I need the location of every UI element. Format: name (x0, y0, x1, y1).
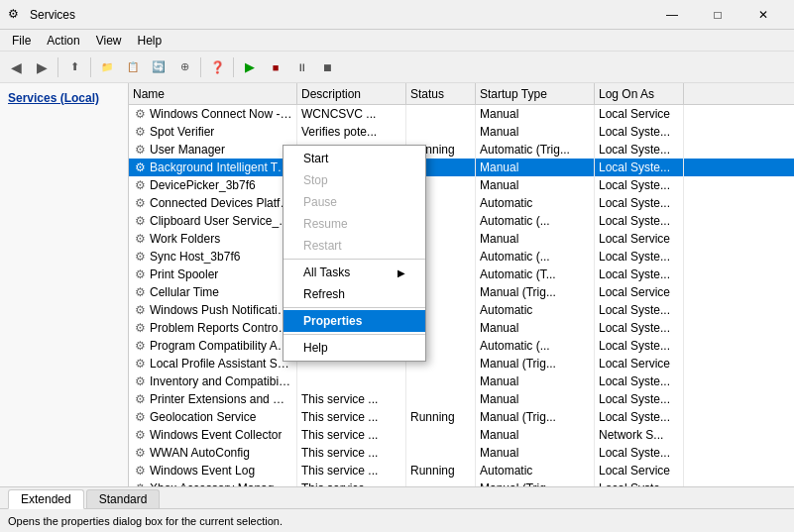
table-row[interactable]: ⚙ Sync Host_3b7f6 Automatic (... Local S… (129, 248, 794, 266)
table-row[interactable]: ⚙ DevicePicker_3b7f6 Manual Local Syste.… (129, 176, 794, 194)
table-row[interactable]: ⚙ Windows Push Notification... Automatic… (129, 301, 794, 319)
service-icon: ⚙ (133, 303, 147, 317)
service-desc: This service ... (297, 479, 406, 486)
table-row[interactable]: ⚙ Geolocation Service This service ... R… (129, 408, 794, 426)
service-name: Program Compatibility Ass... (150, 339, 292, 353)
table-row[interactable]: ⚙ Clipboard User Service_3b7... Automati… (129, 212, 794, 230)
service-startup: Automatic (... (476, 248, 595, 266)
table-row[interactable]: ⚙ Printer Extensions and Notit... This s… (129, 390, 794, 408)
table-row[interactable]: ⚙ User Manager User Manag... Running Aut… (129, 141, 794, 159)
service-startup: Automatic (... (476, 337, 595, 355)
table-row[interactable]: ⚙ Xbox Accessory Manageme... This servic… (129, 479, 794, 486)
service-logon: Local Syste... (595, 408, 684, 426)
service-name: Clipboard User Service_3b7... (150, 214, 292, 228)
tab-extended[interactable]: Extended (8, 489, 84, 509)
toolbar-sep-3 (200, 57, 201, 77)
col-startup[interactable]: Startup Type (476, 83, 595, 104)
service-icon: ⚙ (133, 107, 147, 121)
service-icon: ⚙ (133, 357, 147, 371)
show-hide-button[interactable]: 📁 (95, 55, 119, 79)
service-startup: Manual (476, 123, 595, 141)
service-startup: Manual (476, 426, 595, 444)
service-status: Running (406, 462, 476, 479)
service-icon: ⚙ (133, 143, 147, 157)
table-row[interactable]: ⚙ Background Intelligent Tran... Transfe… (129, 159, 794, 176)
service-name: Spot Verifier (150, 125, 214, 139)
close-button[interactable]: ✕ (740, 0, 786, 30)
service-name: Local Profile Assistant Serv... (150, 357, 292, 371)
col-name[interactable]: Name (129, 83, 297, 104)
table-row[interactable]: ⚙ Print Spooler Automatic (T... Local Sy… (129, 266, 794, 283)
service-status (406, 479, 476, 486)
pause-button[interactable]: ⏸ (289, 55, 313, 79)
service-startup: Manual (Trig... (476, 355, 595, 372)
context-menu-item[interactable]: All Tasks▶ (284, 262, 425, 283)
service-startup: Manual (Trig... (476, 408, 595, 426)
up-button[interactable]: ⬆ (62, 55, 86, 79)
left-panel: Services (Local) (0, 83, 129, 486)
service-icon: ⚙ (133, 214, 147, 228)
menu-help[interactable]: Help (130, 32, 170, 50)
restart-button[interactable]: ⏹ (315, 55, 339, 79)
left-panel-title[interactable]: Services (Local) (8, 91, 120, 105)
minimize-button[interactable]: — (649, 0, 695, 30)
table-row[interactable]: ⚙ Program Compatibility Ass... Automatic… (129, 337, 794, 355)
play-button[interactable]: ▶ (238, 55, 262, 79)
table-row[interactable]: ⚙ Windows Connect Now - C... WCNCSVC ...… (129, 105, 794, 123)
service-icon: ⚙ (133, 321, 147, 335)
ctx-item-label: Pause (303, 195, 337, 209)
table-row[interactable]: ⚙ Spot Verifier Verifies pote... Manual … (129, 123, 794, 141)
status-bar: Opens the properties dialog box for the … (0, 508, 794, 532)
service-desc: Verifies pote... (297, 123, 406, 141)
table-row[interactable]: ⚙ Work Folders Manual Local Service (129, 230, 794, 248)
service-startup: Manual (Trig... (476, 283, 595, 301)
col-logon[interactable]: Log On As (595, 83, 684, 104)
forward-button[interactable]: ▶ (30, 55, 54, 79)
table-row[interactable]: ⚙ Inventory and Compatibilit... Manual L… (129, 372, 794, 390)
back-button[interactable]: ◀ (4, 55, 28, 79)
context-menu-item[interactable]: Properties (284, 310, 425, 332)
context-menu-separator (284, 334, 425, 335)
table-row[interactable]: ⚙ Windows Event Collector This service .… (129, 426, 794, 444)
new-button[interactable]: ⊕ (172, 55, 196, 79)
menu-view[interactable]: View (88, 32, 130, 50)
maximize-button[interactable]: □ (695, 0, 740, 30)
service-name: Inventory and Compatibilit... (150, 374, 292, 388)
menu-action[interactable]: Action (39, 32, 87, 50)
ctx-item-label: Start (303, 152, 328, 165)
service-name: Work Folders (150, 232, 220, 246)
table-row[interactable]: ⚙ Cellular Time Manual (Trig... Local Se… (129, 283, 794, 301)
service-name: Background Intelligent Tran... (150, 160, 292, 174)
refresh-button[interactable]: 🔄 (147, 55, 170, 79)
table-row[interactable]: ⚙ WWAN AutoConfig This service ... Manua… (129, 444, 794, 462)
context-menu-item[interactable]: Start (284, 148, 425, 169)
context-menu-item[interactable]: Refresh (284, 283, 425, 305)
service-name: User Manager (150, 143, 225, 157)
col-description[interactable]: Description (297, 83, 406, 104)
service-desc: This service ... (297, 408, 406, 426)
stop-button[interactable]: ■ (264, 55, 287, 79)
service-icon: ⚙ (133, 285, 147, 299)
context-menu-item[interactable]: Help (284, 337, 425, 359)
service-status (406, 426, 476, 444)
ctx-item-label: All Tasks (303, 266, 350, 279)
service-logon: Local Syste... (595, 248, 684, 266)
menu-file[interactable]: File (4, 32, 39, 50)
table-row[interactable]: ⚙ Problem Reports Control P... Manual Lo… (129, 319, 794, 337)
table-row[interactable]: ⚙ Local Profile Assistant Serv... Manual… (129, 355, 794, 372)
service-logon: Local Service (595, 355, 684, 372)
show-tree-button[interactable]: 📋 (121, 55, 145, 79)
title-bar: ⚙ Services — □ ✕ (0, 0, 794, 30)
tab-standard[interactable]: Standard (86, 489, 161, 508)
help-button[interactable]: ❓ (205, 55, 229, 79)
service-icon: ⚙ (133, 196, 147, 210)
toolbar-sep-4 (233, 57, 234, 77)
service-icon: ⚙ (133, 464, 147, 478)
table-row[interactable]: ⚙ Windows Event Log This service ... Run… (129, 462, 794, 479)
col-status[interactable]: Status (406, 83, 476, 104)
service-startup: Automatic (... (476, 212, 595, 230)
table-row[interactable]: ⚙ Connected Devices Platfor... Automatic… (129, 194, 794, 212)
table-body[interactable]: ⚙ Windows Connect Now - C... WCNCSVC ...… (129, 105, 794, 486)
service-startup: Automatic (476, 194, 595, 212)
window-title: Services (30, 8, 649, 22)
